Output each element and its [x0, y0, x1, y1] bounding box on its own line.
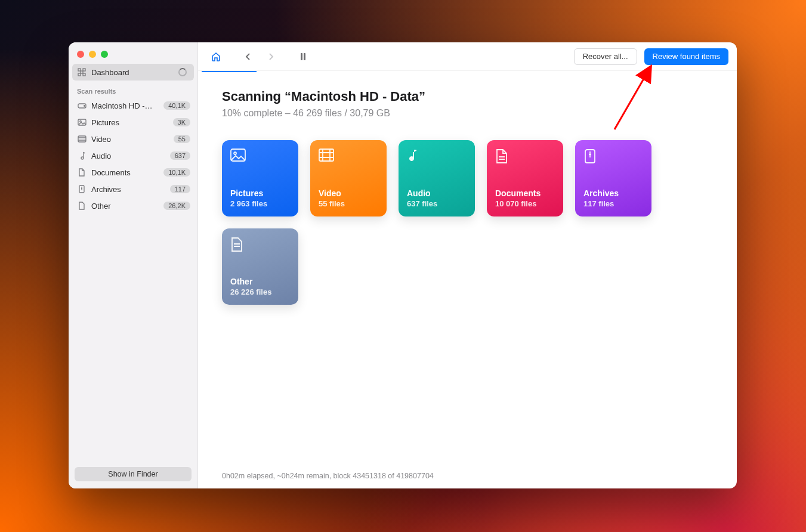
sidebar-item-label: Pictures: [91, 118, 168, 127]
count-badge: 3K: [173, 118, 190, 126]
scan-title: Scanning “Macintosh HD - Data”: [222, 89, 737, 104]
review-found-items-button[interactable]: Review found items: [644, 48, 728, 65]
show-in-finder-button[interactable]: Show in Finder: [75, 467, 192, 481]
document-icon: [495, 149, 511, 164]
card-title: Audio: [407, 188, 467, 198]
card-other[interactable]: Other 26 226 files: [222, 228, 298, 305]
sidebar-item-label: Audio: [91, 151, 165, 160]
pause-icon: [299, 52, 307, 61]
scan-status: 0h02m elapsed, ~0h24m remain, block 4345…: [222, 472, 434, 480]
archive-icon: [583, 149, 599, 164]
card-audio[interactable]: Audio 637 files: [399, 140, 475, 216]
video-icon: [77, 134, 87, 144]
fullscreen-window-button[interactable]: [101, 51, 108, 58]
sidebar-item-label: Macintosh HD -…: [91, 101, 159, 110]
svg-point-10: [81, 157, 84, 159]
count-badge: 40,1K: [163, 101, 190, 110]
home-icon: [211, 51, 221, 62]
file-icon: [77, 201, 87, 211]
image-icon: [77, 117, 87, 127]
close-window-button[interactable]: [77, 51, 84, 58]
card-video[interactable]: Video 55 files: [310, 140, 387, 216]
card-title: Video: [319, 188, 378, 198]
sidebar-item-audio[interactable]: Audio 637: [69, 147, 197, 164]
card-count: 637 files: [407, 199, 467, 208]
count-badge: 55: [174, 135, 190, 143]
card-title: Pictures: [230, 188, 290, 198]
count-badge: 10,1K: [163, 168, 190, 177]
card-count: 2 963 files: [230, 199, 290, 208]
window-controls: [69, 42, 197, 64]
app-window: Dashboard Scan results Macintosh HD -… 4…: [69, 42, 737, 488]
svg-rect-9: [78, 136, 86, 142]
grid-icon: [77, 67, 87, 77]
svg-point-15: [234, 152, 236, 154]
sidebar-item-other[interactable]: Other 26,2K: [69, 197, 197, 214]
sidebar-item-documents[interactable]: Documents 10,1K: [69, 164, 197, 181]
chevron-left-icon: [244, 52, 252, 61]
archive-icon: [77, 184, 87, 194]
svg-rect-14: [231, 149, 245, 161]
count-badge: 637: [170, 151, 190, 160]
music-note-icon: [77, 151, 87, 160]
document-icon: [77, 168, 87, 177]
sidebar-item-archives[interactable]: Archives 117: [69, 181, 197, 197]
loading-spinner-icon: [178, 68, 187, 76]
svg-rect-16: [319, 149, 333, 161]
home-button[interactable]: [206, 48, 226, 65]
count-badge: 117: [170, 185, 190, 193]
image-icon: [230, 149, 246, 164]
sidebar-section-label: Scan results: [69, 81, 197, 97]
sidebar-footer: Show in Finder: [69, 462, 197, 488]
scan-subtitle: 10% complete – 46 269 files / 30,79 GB: [222, 108, 737, 119]
sidebar-item-video[interactable]: Video 55: [69, 131, 197, 147]
music-note-icon: [407, 149, 422, 164]
sidebar-item-label: Archives: [91, 185, 165, 194]
svg-rect-13: [304, 53, 305, 60]
file-icon: [230, 237, 246, 252]
sidebar-item-label: Other: [91, 202, 159, 211]
card-count: 10 070 files: [495, 199, 555, 208]
main-panel: Recover all... Review found items Scanni…: [198, 42, 737, 488]
svg-rect-12: [301, 53, 302, 60]
card-pictures[interactable]: Pictures 2 963 files: [222, 140, 298, 216]
pause-button[interactable]: [294, 48, 313, 65]
forward-button[interactable]: [261, 48, 280, 65]
sidebar-item-macintosh-hd[interactable]: Macintosh HD -… 40,1K: [69, 97, 197, 114]
chevron-right-icon: [267, 52, 275, 61]
card-title: Other: [230, 277, 290, 286]
minimize-window-button[interactable]: [89, 51, 96, 58]
recover-all-button[interactable]: Recover all...: [574, 48, 637, 65]
card-title: Archives: [583, 188, 643, 198]
card-documents[interactable]: Documents 10 070 files: [487, 140, 563, 216]
count-badge: 26,2K: [163, 202, 190, 210]
sidebar-item-label: Documents: [91, 168, 159, 177]
back-button[interactable]: [239, 48, 258, 65]
content-area: Scanning “Macintosh HD - Data” 10% compl…: [198, 72, 737, 488]
sidebar-item-label: Video: [91, 135, 169, 144]
svg-rect-4: [81, 71, 83, 73]
card-archives[interactable]: Archives 117 files: [575, 140, 651, 216]
category-cards: Pictures 2 963 files Video 55 files Audi…: [222, 140, 675, 305]
drive-icon: [77, 101, 87, 110]
sidebar-item-label: Dashboard: [91, 68, 174, 77]
svg-point-6: [84, 105, 85, 106]
sidebar-item-pictures[interactable]: Pictures 3K: [69, 114, 197, 131]
sidebar-item-dashboard[interactable]: Dashboard: [72, 64, 194, 81]
film-icon: [319, 149, 334, 164]
card-count: 55 files: [319, 199, 378, 208]
toolbar: Recover all... Review found items: [198, 42, 737, 71]
card-title: Documents: [495, 188, 555, 198]
sidebar: Dashboard Scan results Macintosh HD -… 4…: [69, 42, 198, 488]
card-count: 26 226 files: [230, 287, 290, 296]
card-count: 117 files: [583, 199, 643, 208]
